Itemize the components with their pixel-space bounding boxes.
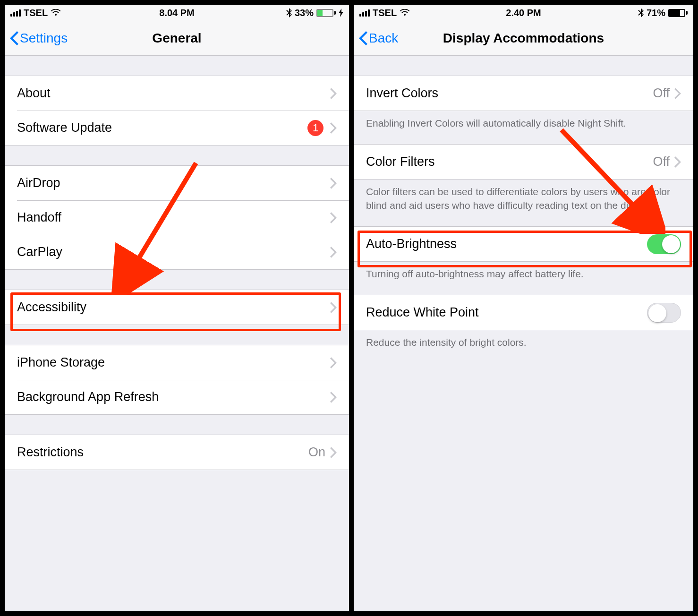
cellular-signal-icon — [10, 9, 21, 17]
chevron-left-icon — [358, 31, 368, 45]
row-label: CarPlay — [17, 245, 330, 259]
row-reduce-white-point[interactable]: Reduce White Point — [354, 295, 693, 330]
back-label: Settings — [20, 31, 68, 46]
row-software-update[interactable]: Software Update 1 — [5, 111, 349, 145]
right-screenshot: TSEL 2.40 PM 71% Back — [349, 5, 693, 611]
nav-bar: Settings General — [5, 21, 349, 56]
cellular-signal-icon — [359, 9, 370, 17]
wifi-icon — [400, 9, 410, 17]
chevron-right-icon — [330, 302, 337, 313]
chevron-left-icon — [9, 31, 19, 45]
reduce-white-point-toggle[interactable] — [647, 303, 681, 323]
status-time: 2.40 PM — [506, 8, 541, 18]
back-button[interactable]: Back — [358, 31, 398, 46]
footer-auto-brightness: Turning off auto-brightness may affect b… — [354, 262, 693, 281]
row-value: Off — [653, 154, 670, 169]
row-airdrop[interactable]: AirDrop — [5, 166, 349, 200]
row-label: Background App Refresh — [17, 390, 330, 404]
battery-icon — [316, 9, 336, 17]
chevron-right-icon — [330, 122, 337, 134]
row-about[interactable]: About — [5, 76, 349, 111]
row-label: Color Filters — [366, 154, 653, 169]
footer-color-filters: Color filters can be used to differentia… — [354, 180, 693, 212]
battery-icon — [668, 9, 688, 17]
row-label: AirDrop — [17, 176, 330, 190]
chevron-right-icon — [330, 247, 337, 258]
page-title: Display Accommodations — [443, 31, 604, 46]
row-carplay[interactable]: CarPlay — [5, 235, 349, 269]
chevron-right-icon — [330, 88, 337, 99]
row-handoff[interactable]: Handoff — [5, 200, 349, 235]
row-background-app-refresh[interactable]: Background App Refresh — [5, 380, 349, 414]
row-label: Reduce White Point — [366, 305, 647, 320]
carrier-label: TSEL — [373, 8, 397, 18]
chevron-right-icon — [330, 357, 337, 368]
chevron-right-icon — [674, 88, 681, 99]
footer-reduce-white-point: Reduce the intensity of bright colors. — [354, 330, 693, 349]
row-label: Handoff — [17, 210, 330, 225]
row-label: Auto-Brightness — [366, 237, 647, 251]
row-label: Accessibility — [17, 300, 330, 315]
chevron-right-icon — [330, 447, 337, 458]
status-bar: TSEL 8.04 PM 33% — [5, 5, 349, 21]
bluetooth-icon — [286, 8, 292, 17]
row-value: On — [308, 445, 325, 460]
page-title: General — [152, 31, 201, 46]
chevron-right-icon — [330, 212, 337, 223]
row-restrictions[interactable]: Restrictions On — [5, 435, 349, 470]
row-label: Restrictions — [17, 445, 308, 460]
row-value: Off — [653, 86, 670, 101]
row-iphone-storage[interactable]: iPhone Storage — [5, 345, 349, 380]
battery-percentage: 33% — [295, 8, 314, 18]
auto-brightness-toggle[interactable] — [647, 234, 681, 254]
row-label: Invert Colors — [366, 86, 653, 101]
carrier-label: TSEL — [24, 8, 48, 18]
row-auto-brightness[interactable]: Auto-Brightness — [354, 227, 693, 261]
row-accessibility[interactable]: Accessibility — [5, 290, 349, 325]
row-label: About — [17, 86, 330, 101]
back-button[interactable]: Settings — [9, 31, 68, 46]
row-label: iPhone Storage — [17, 355, 330, 370]
left-screenshot: TSEL 8.04 PM 33% — [5, 5, 349, 611]
status-bar: TSEL 2.40 PM 71% — [354, 5, 693, 21]
row-color-filters[interactable]: Color Filters Off — [354, 145, 693, 179]
row-invert-colors[interactable]: Invert Colors Off — [354, 76, 693, 111]
chevron-right-icon — [674, 156, 681, 168]
bluetooth-icon — [638, 8, 644, 17]
row-label: Software Update — [17, 120, 307, 135]
back-label: Back — [369, 31, 398, 46]
status-time: 8.04 PM — [159, 8, 194, 18]
update-badge: 1 — [307, 120, 323, 136]
nav-bar: Back Display Accommodations — [354, 21, 693, 56]
footer-invert-colors: Enabling Invert Colors will automaticall… — [354, 111, 693, 130]
battery-percentage: 71% — [647, 8, 665, 18]
chevron-right-icon — [330, 392, 337, 403]
charging-icon — [339, 9, 343, 17]
chevron-right-icon — [330, 178, 337, 189]
wifi-icon — [51, 9, 61, 17]
